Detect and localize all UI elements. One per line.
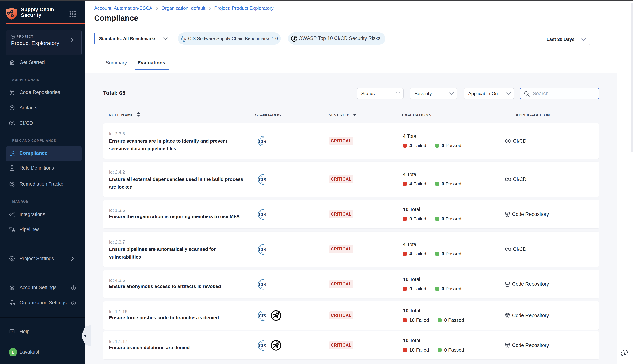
svg-text:?: ? (11, 330, 13, 333)
